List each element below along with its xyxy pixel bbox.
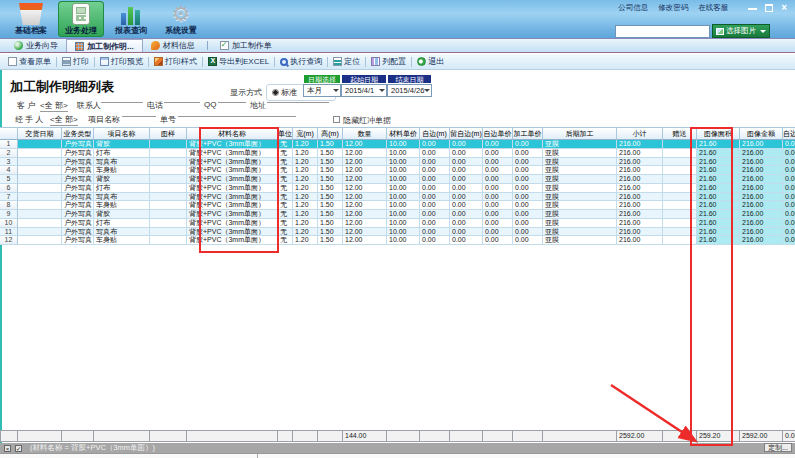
maximize-button[interactable] (765, 4, 773, 12)
horizontal-scrollbar[interactable] (0, 453, 795, 458)
row-number[interactable]: 9 (0, 210, 18, 219)
table-cell[interactable]: 0.00 (483, 158, 513, 167)
table-cell[interactable] (663, 201, 697, 210)
column-header[interactable]: 留自边(m) (450, 127, 483, 140)
table-cell[interactable]: 0.00 (483, 210, 513, 219)
table-cell[interactable]: 12.00 (343, 236, 387, 245)
table-cell[interactable]: 1.20 (293, 219, 318, 228)
row-number[interactable]: 1 (0, 140, 18, 149)
table-cell[interactable]: 10.00 (387, 184, 420, 193)
table-cell[interactable]: 背胶 (94, 175, 150, 184)
table-cell[interactable]: 0.00 (783, 219, 795, 228)
table-cell[interactable] (663, 149, 697, 158)
project-name-input[interactable] (122, 108, 156, 117)
table-cell[interactable]: 1.20 (293, 210, 318, 219)
table-cell[interactable]: 户外写真 (62, 184, 94, 193)
table-cell[interactable]: 户外写真 (62, 219, 94, 228)
toolbar-button-excel[interactable]: 导出到EXCEL (204, 56, 273, 67)
select-image-button[interactable]: 选择图片 (712, 24, 770, 38)
table-cell[interactable]: 0.00 (513, 193, 543, 202)
table-cell[interactable]: 户外写真 (62, 228, 94, 237)
table-cell[interactable]: 0.00 (420, 193, 450, 202)
table-cell[interactable]: 无 (278, 193, 293, 202)
table-cell[interactable]: 0.00 (513, 158, 543, 167)
toolbar-button-search[interactable]: 执行查询 (276, 56, 326, 67)
table-cell[interactable]: 0.00 (420, 210, 450, 219)
table-cell[interactable]: 0.00 (483, 193, 513, 202)
table-cell[interactable]: 21.60 (697, 219, 740, 228)
minimize-button[interactable] (748, 7, 757, 10)
table-cell[interactable]: 0.00 (450, 166, 483, 175)
table-cell[interactable]: 车身贴 (94, 236, 150, 245)
table-cell[interactable]: 216.00 (617, 201, 663, 210)
table-cell[interactable]: 21.60 (697, 149, 740, 158)
table-cell[interactable]: 216.00 (740, 228, 783, 237)
table-cell[interactable] (663, 175, 697, 184)
table-cell[interactable]: 背胶+PVC（3mm单面） (187, 193, 278, 202)
column-header[interactable]: 后期加工 (543, 127, 617, 140)
table-cell[interactable]: 亚膜 (543, 149, 617, 158)
column-header[interactable]: 小计 (617, 127, 663, 140)
table-cell[interactable]: 0.00 (420, 184, 450, 193)
table-cell[interactable]: 0.00 (420, 175, 450, 184)
table-row[interactable]: 8户外写真车身贴背胶+PVC（3mm单面）无1.201.5012.0010.00… (0, 201, 795, 210)
table-cell[interactable] (663, 210, 697, 219)
table-cell[interactable]: 0.00 (420, 149, 450, 158)
column-header[interactable]: 交货日期 (18, 127, 62, 140)
table-cell[interactable]: 0.00 (450, 140, 483, 149)
table-cell[interactable]: 背胶 (94, 140, 150, 149)
tab-material-info[interactable]: 材料信息 (143, 39, 203, 52)
table-cell[interactable]: 216.00 (617, 158, 663, 167)
table-cell[interactable]: 0.00 (783, 228, 795, 237)
table-cell[interactable]: 12.00 (343, 149, 387, 158)
table-cell[interactable]: 亚膜 (543, 140, 617, 149)
table-cell[interactable]: 10.00 (387, 158, 420, 167)
column-header[interactable]: 数量 (343, 127, 387, 140)
table-row[interactable]: 12户外写真车身贴背胶+PVC（3mm单面）无1.201.5012.0010.0… (0, 236, 795, 245)
column-header[interactable]: 图像金额 (740, 127, 783, 140)
table-cell[interactable]: 0.00 (783, 175, 795, 184)
tab-work-order[interactable]: 加工制作单 (212, 39, 280, 52)
table-cell[interactable]: 216.00 (617, 236, 663, 245)
table-cell[interactable]: 0.00 (513, 228, 543, 237)
table-cell[interactable] (150, 184, 187, 193)
table-cell[interactable]: 无 (278, 219, 293, 228)
handler-select[interactable]: <全 部> (50, 114, 78, 126)
table-cell[interactable]: 无 (278, 140, 293, 149)
column-header[interactable] (0, 127, 18, 140)
table-cell[interactable] (18, 236, 62, 245)
table-cell[interactable]: 0.00 (450, 175, 483, 184)
row-number[interactable]: 10 (0, 219, 18, 228)
table-cell[interactable]: 0.00 (783, 210, 795, 219)
table-cell[interactable]: 1.50 (318, 219, 343, 228)
table-cell[interactable]: 背胶+PVC（3mm单面） (187, 219, 278, 228)
customize-button[interactable]: 定制... (764, 443, 792, 452)
table-cell[interactable]: 1.20 (293, 175, 318, 184)
table-cell[interactable]: 21.60 (697, 210, 740, 219)
change-password-link[interactable]: 修改密码 (658, 3, 688, 13)
table-cell[interactable]: 车身贴 (94, 201, 150, 210)
table-row[interactable]: 11户外写真写真布背胶+PVC（3mm单面）无1.201.5012.0010.0… (0, 228, 795, 237)
column-header[interactable]: 高(m) (318, 127, 343, 140)
table-cell[interactable] (18, 201, 62, 210)
table-row[interactable]: 9户外写真背胶背胶+PVC（3mm单面）无1.201.5012.0010.000… (0, 210, 795, 219)
table-cell[interactable]: 216.00 (617, 166, 663, 175)
column-header[interactable]: 自边面积 (783, 127, 795, 140)
toolbar-button-print[interactable]: 打印 (58, 56, 93, 67)
table-cell[interactable]: 0.00 (483, 228, 513, 237)
table-cell[interactable]: 亚膜 (543, 175, 617, 184)
table-cell[interactable]: 1.20 (293, 166, 318, 175)
table-cell[interactable]: 0.00 (483, 219, 513, 228)
nav-report-query[interactable]: 报表查询 (108, 1, 154, 37)
table-cell[interactable]: 户外写真 (62, 175, 94, 184)
nav-system-settings[interactable]: ⚙ 系统设置 (158, 1, 204, 37)
table-cell[interactable]: 1.50 (318, 236, 343, 245)
order-no-input[interactable] (178, 108, 296, 117)
table-cell[interactable]: 1.20 (293, 140, 318, 149)
column-header[interactable]: 业务类型 (62, 127, 94, 140)
table-cell[interactable] (150, 219, 187, 228)
table-row[interactable]: 4户外写真车身贴背胶+PVC（3mm单面）无1.201.5012.0010.00… (0, 166, 795, 175)
table-cell[interactable]: 亚膜 (543, 193, 617, 202)
table-cell[interactable]: 10.00 (387, 201, 420, 210)
table-cell[interactable]: 10.00 (387, 210, 420, 219)
